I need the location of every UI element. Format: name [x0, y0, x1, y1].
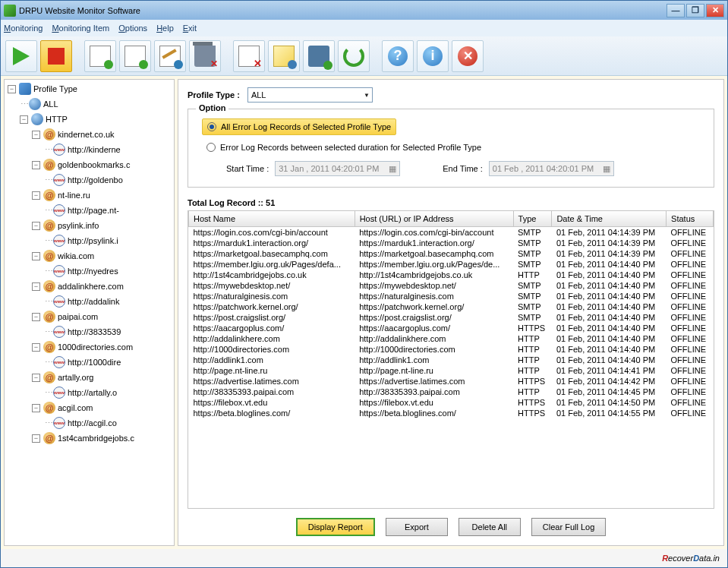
- table-row[interactable]: https://marketgoal.basecamphq.comhttps:/…: [189, 248, 714, 259]
- tree-site-url-3[interactable]: ⋯wwwhttp://psylink.i: [5, 233, 174, 248]
- expander-icon[interactable]: −: [20, 115, 28, 124]
- start-time-input[interactable]: 31 Jan , 2011 04:20:01 PM: [275, 161, 400, 176]
- refresh-button[interactable]: [338, 40, 370, 72]
- table-row[interactable]: http://page.nt-line.ruhttp://page.nt-lin…: [189, 365, 714, 376]
- table-row[interactable]: http://1000directories.comhttp://1000dir…: [189, 344, 714, 355]
- menu-monitoring-item[interactable]: Monitoring Item: [52, 24, 109, 33]
- tree-panel[interactable]: −Profile Type⋯ALL−HTTP−@kindernet.co.uk⋯…: [4, 79, 175, 546]
- col-2[interactable]: Type: [513, 211, 552, 227]
- stop-button[interactable]: [40, 40, 72, 72]
- maximize-button[interactable]: ❐: [686, 4, 704, 17]
- tree-site-8[interactable]: −@artally.org: [5, 370, 174, 385]
- tree-all[interactable]: ⋯ALL: [5, 96, 174, 112]
- table-row[interactable]: http://addlink1.comhttp://addlink1.comHT…: [189, 355, 714, 365]
- close-button[interactable]: ✕: [706, 4, 724, 17]
- expander-icon[interactable]: −: [32, 222, 40, 230]
- tree-site-url-9[interactable]: ⋯wwwhttp://acgil.co: [5, 415, 174, 431]
- tree-root[interactable]: −Profile Type: [5, 81, 174, 96]
- table-row[interactable]: http://38335393.paipai.comhttp://3833539…: [189, 387, 714, 397]
- table-row[interactable]: https://aacargoplus.com/https://aacargop…: [189, 323, 714, 333]
- tree-label: paipai.com: [58, 312, 98, 321]
- display-report-button[interactable]: Display Report: [296, 518, 375, 536]
- tree-site-4[interactable]: −@wikia.com: [5, 248, 174, 263]
- table-row[interactable]: https://naturalginesis.comhttps://natura…: [189, 291, 714, 301]
- clear-log-button[interactable]: Clear Full Log: [531, 518, 606, 536]
- delete-all-button[interactable]: Delete All: [459, 518, 521, 536]
- expander-icon[interactable]: −: [32, 434, 40, 443]
- expander-icon[interactable]: −: [32, 343, 40, 352]
- tree-site-2[interactable]: −@nt-line.ru: [5, 188, 174, 203]
- end-time-input[interactable]: 01 Feb , 2011 04:20:01 PM: [489, 161, 614, 176]
- start-button[interactable]: [5, 40, 37, 72]
- table-row[interactable]: https://beta.bloglines.com/https://beta.…: [189, 408, 714, 418]
- tree-site-0[interactable]: −@kindernet.co.uk: [5, 127, 174, 142]
- exit-button[interactable]: ✕: [452, 40, 484, 72]
- add-profile-button[interactable]: [84, 40, 116, 72]
- menu-monitoring[interactable]: Monitoring: [4, 24, 43, 33]
- menu-exit[interactable]: Exit: [183, 24, 197, 33]
- tree-site-url-8[interactable]: ⋯wwwhttp://artally.o: [5, 385, 174, 400]
- col-1[interactable]: Host (URL) or IP Address: [355, 211, 513, 227]
- expander-icon[interactable]: −: [32, 313, 40, 321]
- table-row[interactable]: https://mywebdesktop.net/https://mywebde…: [189, 280, 714, 291]
- mail-settings-button[interactable]: [268, 40, 300, 72]
- col-3[interactable]: Date & Time: [552, 211, 667, 227]
- tree-site-url-7[interactable]: ⋯wwwhttp://1000dire: [5, 355, 174, 370]
- clear-page-button[interactable]: [233, 40, 265, 72]
- tree-site-10[interactable]: −@1st4cambridgejobs.c: [5, 431, 174, 446]
- profile-dropdown[interactable]: ALL: [247, 87, 373, 103]
- expander-icon[interactable]: −: [32, 404, 40, 412]
- tree-site-5[interactable]: −@addalinkhere.com: [5, 279, 174, 294]
- tree-site-url-5[interactable]: ⋯wwwhttp://addalink: [5, 294, 174, 309]
- tree-site-7[interactable]: −@1000directories.com: [5, 339, 174, 355]
- col-0[interactable]: Host Name: [189, 211, 355, 227]
- table-row[interactable]: https://filebox.vt.eduhttps://filebox.vt…: [189, 397, 714, 408]
- tree-label: acgil.com: [58, 403, 93, 412]
- tree-site-url-0[interactable]: ⋯wwwhttp://kinderne: [5, 142, 174, 157]
- log-table[interactable]: Host NameHost (URL) or IP AddressTypeDat…: [188, 210, 714, 509]
- at-ico-icon: @: [43, 128, 55, 140]
- table-row[interactable]: https://advertise.latimes.comhttps://adv…: [189, 376, 714, 387]
- table-row[interactable]: https://login.cos.com/cgi-bin/accounthtt…: [189, 227, 714, 238]
- tree-site-url-6[interactable]: ⋯wwwhttp://3833539: [5, 324, 174, 339]
- delete-button[interactable]: [189, 40, 221, 72]
- expander-icon[interactable]: −: [32, 252, 40, 260]
- tree-site-9[interactable]: −@acgil.com: [5, 400, 174, 415]
- table-row[interactable]: http://1st4cambridgejobs.co.ukhttp://1st…: [189, 270, 714, 280]
- toolbar: ? i ✕: [1, 36, 727, 76]
- expander-icon[interactable]: −: [8, 85, 16, 93]
- menu-help[interactable]: Help: [156, 24, 174, 33]
- table-row[interactable]: http://addalinkhere.comhttp://addalinkhe…: [189, 333, 714, 344]
- tree-site-3[interactable]: −@psylink.info: [5, 218, 174, 233]
- expander-icon[interactable]: −: [32, 374, 40, 382]
- tree-label: Profile Type: [33, 84, 77, 93]
- tree-site-1[interactable]: −@goldenbookmarks.c: [5, 157, 174, 172]
- expander-icon[interactable]: −: [32, 131, 40, 139]
- col-4[interactable]: Status: [667, 211, 714, 227]
- table-row[interactable]: https://post.craigslist.org/https://post…: [189, 312, 714, 323]
- help-button[interactable]: ?: [382, 40, 414, 72]
- tree-site-6[interactable]: −@paipai.com: [5, 309, 174, 324]
- minimize-button[interactable]: —: [667, 4, 685, 17]
- add-page-button[interactable]: [119, 40, 151, 72]
- mobile-settings-button[interactable]: [303, 40, 335, 72]
- expander-icon[interactable]: −: [32, 282, 40, 291]
- titlebar[interactable]: DRPU Website Monitor Software — ❐ ✕: [1, 1, 727, 20]
- info-button[interactable]: i: [417, 40, 449, 72]
- tree-site-url-2[interactable]: ⋯wwwhttp://page.nt-: [5, 203, 174, 218]
- edit-button[interactable]: [154, 40, 186, 72]
- export-button[interactable]: Export: [386, 518, 448, 536]
- tree-http[interactable]: −HTTP: [5, 112, 174, 127]
- table-row[interactable]: https://member.lgiu.org.uk/Pages/defa...…: [189, 259, 714, 270]
- expander-icon[interactable]: −: [32, 161, 40, 169]
- tree-label: http://page.nt-: [68, 206, 119, 215]
- stop-icon: [48, 48, 65, 65]
- tree-site-url-4[interactable]: ⋯wwwhttp://nyedres: [5, 263, 174, 279]
- radio-all-records[interactable]: All Error Log Records of Selected Profil…: [202, 118, 396, 135]
- menu-options[interactable]: Options: [118, 24, 147, 33]
- table-row[interactable]: https://patchwork.kernel.org/https://pat…: [189, 301, 714, 312]
- expander-icon[interactable]: −: [32, 191, 40, 200]
- table-row[interactable]: https://marduk1.interaction.org/https://…: [189, 238, 714, 248]
- tree-site-url-1[interactable]: ⋯wwwhttp://goldenbo: [5, 172, 174, 188]
- radio-duration-records[interactable]: Error Log Records between selected durat…: [202, 140, 700, 155]
